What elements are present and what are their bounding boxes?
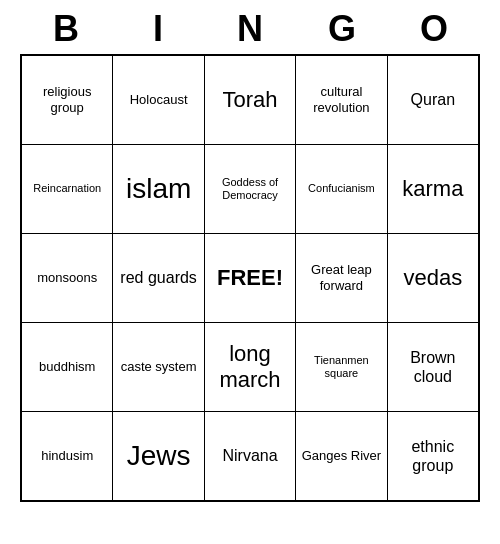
bingo-cell-1-4: karma	[388, 145, 478, 233]
title-letter-b: B	[26, 8, 106, 50]
bingo-row-3: buddhismcaste systemlong marchTienanmen …	[22, 323, 478, 412]
bingo-cell-2-2: FREE!	[205, 234, 296, 322]
bingo-cell-0-1: Holocaust	[113, 56, 204, 144]
bingo-cell-0-2: Torah	[205, 56, 296, 144]
bingo-cell-2-0: monsoons	[22, 234, 113, 322]
bingo-cell-0-4: Quran	[388, 56, 478, 144]
bingo-row-1: ReincarnationislamGoddess of DemocracyCo…	[22, 145, 478, 234]
bingo-grid: religious groupHolocaustTorahcultural re…	[20, 54, 480, 502]
bingo-cell-1-2: Goddess of Democracy	[205, 145, 296, 233]
bingo-title: B I N G O	[20, 0, 480, 54]
title-letter-o: O	[394, 8, 474, 50]
bingo-cell-0-0: religious group	[22, 56, 113, 144]
bingo-cell-1-1: islam	[113, 145, 204, 233]
bingo-cell-4-3: Ganges River	[296, 412, 387, 500]
bingo-cell-2-4: vedas	[388, 234, 478, 322]
bingo-row-0: religious groupHolocaustTorahcultural re…	[22, 56, 478, 145]
bingo-cell-0-3: cultural revolution	[296, 56, 387, 144]
bingo-cell-3-3: Tienanmen square	[296, 323, 387, 411]
bingo-cell-4-4: ethnic group	[388, 412, 478, 500]
bingo-cell-3-0: buddhism	[22, 323, 113, 411]
bingo-cell-1-3: Confucianism	[296, 145, 387, 233]
bingo-cell-1-0: Reincarnation	[22, 145, 113, 233]
title-letter-n: N	[210, 8, 290, 50]
bingo-cell-2-1: red guards	[113, 234, 204, 322]
bingo-row-2: monsoonsred guardsFREE!Great leap forwar…	[22, 234, 478, 323]
bingo-cell-4-0: hindusim	[22, 412, 113, 500]
bingo-cell-4-2: Nirvana	[205, 412, 296, 500]
bingo-cell-2-3: Great leap forward	[296, 234, 387, 322]
bingo-cell-3-2: long march	[205, 323, 296, 411]
bingo-cell-3-1: caste system	[113, 323, 204, 411]
title-letter-g: G	[302, 8, 382, 50]
bingo-row-4: hindusimJewsNirvanaGanges Riverethnic gr…	[22, 412, 478, 500]
bingo-cell-4-1: Jews	[113, 412, 204, 500]
bingo-cell-3-4: Brown cloud	[388, 323, 478, 411]
title-letter-i: I	[118, 8, 198, 50]
